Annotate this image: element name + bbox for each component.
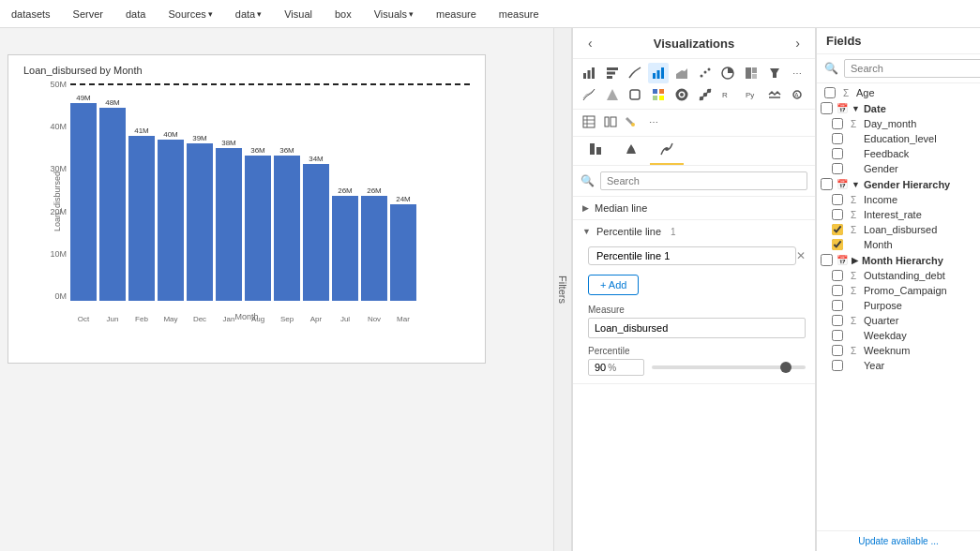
toolbar-datasets[interactable]: datasets bbox=[8, 7, 54, 22]
field-checkbox[interactable] bbox=[832, 148, 843, 159]
field-item[interactable]: ΣQuarter bbox=[817, 313, 980, 328]
field-checkbox[interactable] bbox=[824, 87, 836, 98]
bar[interactable] bbox=[361, 196, 387, 301]
toolbar-measure1[interactable]: measure bbox=[432, 7, 480, 22]
viz-nav-left[interactable]: ‹ bbox=[582, 34, 598, 52]
toolbar-sources[interactable]: Sources bbox=[164, 7, 216, 22]
percentile-line-header[interactable]: ▼ Percentile line 1 bbox=[573, 220, 815, 243]
field-group-header[interactable]: 📅▼Gender Hierarchy bbox=[817, 176, 980, 192]
field-item[interactable]: ΣIncome bbox=[817, 192, 980, 207]
field-checkbox[interactable] bbox=[821, 254, 833, 266]
viz-icon-bar2[interactable] bbox=[648, 63, 669, 83]
add-percentile-btn[interactable]: + Add bbox=[588, 275, 639, 295]
viz-icon-r7[interactable] bbox=[695, 84, 716, 105]
field-item[interactable]: ΣDay_month bbox=[817, 116, 980, 131]
toolbar-visual[interactable]: Visual bbox=[280, 7, 316, 22]
viz-icon-pie[interactable] bbox=[717, 63, 738, 83]
field-checkbox[interactable] bbox=[832, 224, 843, 235]
field-item[interactable]: ΣWeeknum bbox=[817, 343, 980, 358]
toolbar-box[interactable]: box bbox=[331, 7, 355, 22]
bar[interactable] bbox=[390, 204, 416, 301]
bar[interactable] bbox=[216, 148, 242, 301]
field-item[interactable]: Year bbox=[817, 358, 980, 373]
field-checkbox[interactable] bbox=[821, 178, 833, 190]
field-checkbox[interactable] bbox=[832, 315, 843, 326]
viz-icon-treemap[interactable] bbox=[741, 63, 761, 83]
update-available-btn[interactable]: Update available ... bbox=[817, 530, 980, 551]
bar[interactable] bbox=[332, 196, 358, 301]
viz-icon-brush[interactable] bbox=[622, 112, 642, 132]
viz-icon-line[interactable] bbox=[625, 63, 645, 83]
field-checkbox[interactable] bbox=[832, 270, 843, 281]
filters-tab[interactable]: Filters bbox=[553, 28, 572, 551]
viz-icon-table[interactable] bbox=[579, 112, 599, 132]
viz-icon-r5[interactable] bbox=[648, 84, 669, 105]
field-item[interactable]: ΣPromo_Campaign bbox=[817, 283, 980, 298]
field-checkbox[interactable] bbox=[832, 239, 843, 250]
viz-icon-more2[interactable]: ⋯ bbox=[643, 112, 664, 132]
field-checkbox[interactable] bbox=[832, 285, 843, 296]
field-item[interactable]: ΣOutstanding_debt bbox=[817, 268, 980, 283]
viz-icon-area[interactable] bbox=[671, 63, 692, 83]
median-line-header[interactable]: ▶ Median line bbox=[573, 197, 815, 219]
viz-icon-fields[interactable] bbox=[600, 112, 621, 132]
toolbar-visuals[interactable]: Visuals bbox=[370, 7, 417, 22]
measure-select[interactable]: Loan_disbursed bbox=[588, 318, 806, 338]
field-checkbox[interactable] bbox=[832, 209, 843, 220]
bar[interactable] bbox=[187, 143, 213, 301]
field-item[interactable]: ΣInterest_rate bbox=[817, 207, 980, 222]
field-group-header[interactable]: 📅▼Date bbox=[817, 100, 980, 116]
field-checkbox[interactable] bbox=[832, 163, 843, 174]
toolbar-server[interactable]: Server bbox=[69, 7, 107, 22]
viz-icon-more[interactable]: ⋯ bbox=[787, 63, 807, 83]
viz-icon-r6[interactable] bbox=[671, 84, 692, 105]
tab-build[interactable] bbox=[579, 137, 612, 165]
viz-icon-col[interactable] bbox=[602, 63, 623, 83]
bar[interactable] bbox=[70, 103, 97, 301]
percentile-slider[interactable] bbox=[652, 365, 806, 369]
viz-icon-r4[interactable] bbox=[625, 84, 645, 105]
tab-format[interactable] bbox=[614, 137, 648, 165]
field-checkbox[interactable] bbox=[832, 330, 843, 341]
viz-icon-r11[interactable]: A bbox=[787, 84, 807, 105]
viz-search-input[interactable] bbox=[600, 171, 807, 190]
tab-analytics[interactable] bbox=[650, 137, 684, 165]
field-group-header[interactable]: 📅▶Month Hierarchy bbox=[817, 252, 980, 268]
viz-icon-r9[interactable]: Py bbox=[741, 84, 761, 105]
viz-icon-scatter[interactable] bbox=[695, 63, 716, 83]
fields-search-input[interactable] bbox=[844, 59, 980, 78]
viz-nav-right[interactable]: › bbox=[790, 34, 806, 52]
viz-icon-r8[interactable]: R bbox=[717, 84, 738, 105]
bar[interactable] bbox=[274, 156, 300, 301]
field-checkbox[interactable] bbox=[832, 300, 843, 311]
viz-icon-bar[interactable] bbox=[579, 63, 599, 83]
bar[interactable] bbox=[99, 108, 126, 301]
field-item[interactable]: ΣLoan_disbursed bbox=[817, 222, 980, 237]
field-checkbox[interactable] bbox=[832, 360, 843, 371]
field-item[interactable]: Purpose bbox=[817, 298, 980, 313]
field-checkbox[interactable] bbox=[832, 194, 843, 205]
field-item[interactable]: Weekday bbox=[817, 328, 980, 343]
x-label: Sep bbox=[274, 315, 300, 323]
toolbar-data2[interactable]: data bbox=[232, 7, 265, 22]
field-checkbox[interactable] bbox=[821, 102, 833, 114]
bar[interactable] bbox=[158, 140, 184, 301]
toolbar-data[interactable]: data bbox=[122, 7, 149, 22]
field-item[interactable]: Month bbox=[817, 237, 980, 252]
field-checkbox[interactable] bbox=[832, 118, 843, 129]
bar[interactable] bbox=[245, 156, 271, 301]
bar[interactable] bbox=[128, 136, 155, 301]
toolbar-measure2[interactable]: measure bbox=[495, 7, 543, 22]
field-checkbox[interactable] bbox=[832, 133, 843, 144]
field-checkbox[interactable] bbox=[832, 345, 843, 356]
field-item[interactable]: Feedback bbox=[817, 146, 980, 161]
percentile-close-btn[interactable]: ✕ bbox=[796, 249, 806, 262]
field-item[interactable]: ΣAge bbox=[817, 85, 980, 100]
viz-icon-r3[interactable] bbox=[602, 84, 623, 105]
field-item[interactable]: Gender bbox=[817, 161, 980, 176]
viz-icon-r2[interactable] bbox=[579, 84, 599, 105]
viz-icon-funnel[interactable] bbox=[764, 63, 785, 83]
bar[interactable] bbox=[303, 164, 329, 301]
viz-icon-r10[interactable] bbox=[764, 84, 785, 105]
field-item[interactable]: Education_level bbox=[817, 131, 980, 146]
